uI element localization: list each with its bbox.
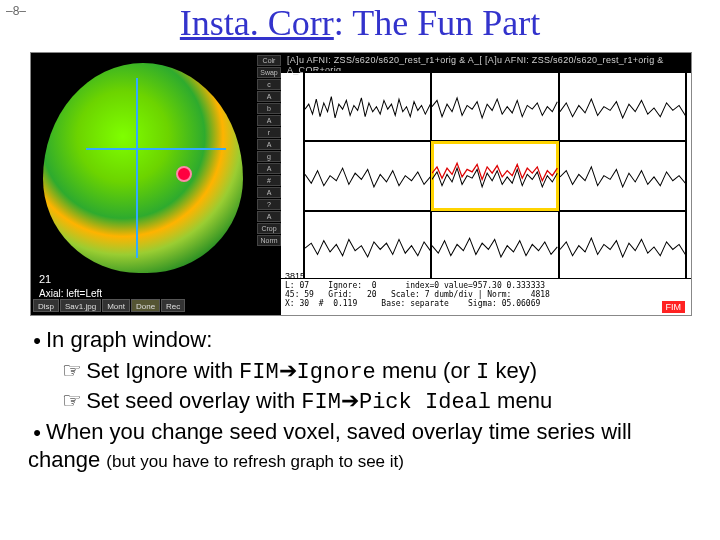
disp-button[interactable]: Disp: [33, 299, 59, 312]
bottom-button-row: Disp Sav1.jpg Mont Done Rec: [31, 299, 281, 312]
screenshot-figure: 21 Axial: left=Left Colr Swap c A b A r …: [30, 52, 692, 316]
ts-cell-1: [304, 72, 431, 141]
slice-number: 21: [39, 273, 51, 285]
brain-viewer-pane: 21 Axial: left=Left Colr Swap c A b A r …: [31, 53, 281, 313]
graph-info-panel: L: 07 Ignore: 0 index=0 value=957.30 0.3…: [281, 278, 691, 315]
a6-button[interactable]: A: [257, 211, 281, 222]
fim-button[interactable]: FIM: [662, 301, 686, 313]
norm-button[interactable]: Norm: [257, 235, 281, 246]
a4-button[interactable]: A: [257, 163, 281, 174]
side-button-column: Colr Swap c A b A r A g A # A ? A Crop N…: [257, 55, 281, 246]
a5-button[interactable]: A: [257, 187, 281, 198]
b-button[interactable]: b: [257, 103, 281, 114]
slice-orientation-label: Axial: left=Left: [39, 288, 102, 299]
menu-path-2: FIM➔Pick Ideal: [301, 390, 491, 415]
done-button[interactable]: Done: [131, 299, 160, 312]
a1-button[interactable]: A: [257, 91, 281, 102]
ts-cell-center-highlighted: [431, 141, 558, 210]
window-titlebar: [A]u AFNI: ZSS/s620/s620_rest_r1+orig & …: [281, 53, 691, 73]
swap-button[interactable]: Swap: [257, 67, 281, 78]
g-button[interactable]: g: [257, 151, 281, 162]
ts-cell-2: [431, 72, 558, 141]
ts-cell-4: [304, 141, 431, 210]
sub-bullet-2: ☞ Set seed overlay with FIM➔Pick Ideal m…: [62, 387, 696, 418]
title-part-b: : The Fun Part: [334, 3, 540, 43]
q-button[interactable]: ?: [257, 199, 281, 210]
ts-cell-8: [431, 211, 558, 280]
bullet-1: •In graph window:: [28, 326, 696, 355]
graph-window-pane: [A]u AFNI: ZSS/s620/s620_rest_r1+orig & …: [281, 53, 691, 315]
ts-cell-3: [559, 72, 686, 141]
bullet-dot-icon: •: [28, 422, 46, 444]
hash-button[interactable]: #: [257, 175, 281, 186]
title-part-a: Insta. Corr: [180, 3, 334, 43]
c-button[interactable]: c: [257, 79, 281, 90]
rec-button[interactable]: Rec: [161, 299, 185, 312]
save-button[interactable]: Sav1.jpg: [60, 299, 101, 312]
colr-button[interactable]: Colr: [257, 55, 281, 66]
a3-button[interactable]: A: [257, 139, 281, 150]
a2-button[interactable]: A: [257, 115, 281, 126]
r-button[interactable]: r: [257, 127, 281, 138]
sub-bullet-1: ☞ Set Ignore with FIM➔Ignore menu (or I …: [62, 357, 696, 388]
bullet-dot-icon: •: [28, 330, 46, 352]
bullet-2: •When you change seed voxel, saved overl…: [28, 418, 696, 475]
crosshair-vertical: [136, 78, 138, 258]
text-content: •In graph window: ☞ Set Ignore with FIM➔…: [28, 326, 696, 477]
page-number: –8–: [6, 4, 26, 18]
menu-path-1: FIM➔Ignore: [239, 360, 376, 385]
seed-voxel-marker: [176, 166, 192, 182]
crosshair-horizontal: [86, 148, 226, 150]
ts-cell-7: [304, 211, 431, 280]
brain-slice-image: [43, 63, 243, 273]
timeseries-grid: [303, 71, 687, 281]
ts-cell-6: [559, 141, 686, 210]
pointer-icon: ☞: [62, 357, 80, 386]
slide-title: Insta. Corr: The Fun Part: [0, 2, 720, 44]
mont-button[interactable]: Mont: [102, 299, 130, 312]
ts-cell-9: [559, 211, 686, 280]
crop-button[interactable]: Crop: [257, 223, 281, 234]
pointer-icon: ☞: [62, 387, 80, 416]
